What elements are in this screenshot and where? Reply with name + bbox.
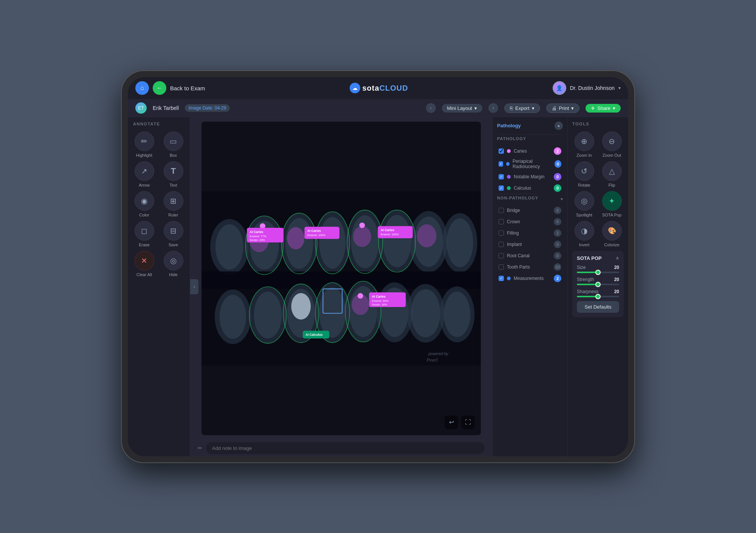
strength-fill bbox=[577, 284, 598, 285]
sota-pop-collapse[interactable]: ∧ bbox=[616, 255, 619, 261]
tooth-parts-checkbox[interactable] bbox=[499, 264, 504, 270]
measurements-count: 2 bbox=[554, 275, 561, 282]
layout-selector[interactable]: Mini Layout ▾ bbox=[442, 104, 482, 113]
back-label: Back to Exam bbox=[170, 85, 205, 91]
pathology-item-measurements[interactable]: ✓ Measurements 2 bbox=[497, 273, 563, 284]
sharpness-label: Sharpness bbox=[577, 289, 598, 294]
clear-all-label: Clear All bbox=[136, 272, 152, 277]
user-menu-chevron[interactable]: ▾ bbox=[618, 85, 621, 91]
next-image-button[interactable]: › bbox=[488, 103, 498, 113]
annotate-hide[interactable]: ◎ Hide bbox=[161, 251, 186, 277]
strength-label: Strength bbox=[577, 277, 594, 282]
sharpness-thumb[interactable] bbox=[595, 294, 601, 299]
tool-invert[interactable]: ◑ Invert bbox=[572, 221, 596, 247]
back-button[interactable]: ← bbox=[153, 81, 166, 95]
pathology-close-button[interactable]: ● bbox=[555, 122, 563, 130]
undo-button[interactable]: ↩ bbox=[445, 416, 458, 429]
tool-flip[interactable]: △ Flip bbox=[600, 161, 624, 187]
crown-name: Crown bbox=[507, 219, 520, 224]
tool-zoom-out[interactable]: ⊖ Zoom Out bbox=[600, 131, 624, 158]
print-button[interactable]: 🖨 Print ▾ bbox=[546, 104, 580, 113]
share-button[interactable]: ✈ Share ▾ bbox=[586, 104, 621, 113]
pathology-item-notable[interactable]: ✓ Notable Margin 0 bbox=[497, 171, 563, 182]
svg-text:AI Caries: AI Caries bbox=[249, 230, 263, 233]
set-defaults-button[interactable]: Set Defaults bbox=[577, 301, 619, 313]
pathology-item-caries[interactable]: ✓ Caries 2 bbox=[497, 145, 563, 157]
annotate-highlight[interactable]: ✏ Highlight bbox=[132, 131, 157, 158]
home-button[interactable]: ⌂ bbox=[135, 81, 149, 95]
svg-text:AI Caries: AI Caries bbox=[372, 294, 386, 298]
note-bar: ✏ bbox=[190, 440, 492, 456]
notable-dot bbox=[507, 175, 511, 179]
tool-colorize[interactable]: 🎨 Colorize bbox=[600, 221, 624, 247]
export-button[interactable]: ⎘ Export ▾ bbox=[504, 104, 540, 113]
sharpness-fill bbox=[577, 296, 598, 297]
pathology-item-root-canal[interactable]: Root Canal 0 bbox=[497, 250, 563, 261]
annotate-clear-all[interactable]: ✕ Clear All bbox=[132, 251, 157, 277]
implant-checkbox[interactable] bbox=[499, 242, 504, 247]
user-avatar: 👤 bbox=[553, 81, 566, 95]
sharpness-value: 20 bbox=[614, 289, 619, 294]
filling-checkbox[interactable] bbox=[499, 230, 504, 236]
size-thumb[interactable] bbox=[595, 270, 601, 275]
tools-title: TOOLS bbox=[572, 122, 624, 126]
caries-checkbox[interactable]: ✓ bbox=[499, 148, 504, 154]
panel-toggle-button[interactable]: › bbox=[190, 279, 198, 294]
pathology-item-calculus[interactable]: ✓ Calculus 0 bbox=[497, 182, 563, 194]
svg-rect-21 bbox=[201, 271, 481, 289]
fullscreen-button[interactable]: ⛶ bbox=[461, 416, 475, 429]
non-pathology-header: Non-Pathology ▾ bbox=[497, 194, 563, 205]
caries-dot bbox=[507, 149, 511, 153]
prev-image-button[interactable]: ‹ bbox=[426, 103, 436, 113]
pathology-item-crown[interactable]: Crown 0 bbox=[497, 216, 563, 227]
svg-text:powered by: powered by bbox=[428, 352, 448, 356]
user-name: Dr. Dustin Johnson bbox=[570, 85, 615, 91]
dental-image-area[interactable]: AI Caries Enamel: 77% Dentin: 23% AI Car… bbox=[201, 122, 481, 435]
sota-pop-icon: ✦ bbox=[602, 191, 622, 211]
annotate-ruler[interactable]: ⊞ Ruler bbox=[161, 191, 186, 217]
annotate-save[interactable]: ⊟ Save bbox=[161, 221, 186, 247]
tool-zoom-in[interactable]: ⊕ Zoom In bbox=[572, 131, 596, 158]
pathology-item-bridge[interactable]: Bridge 0 bbox=[497, 205, 563, 216]
notable-checkbox[interactable]: ✓ bbox=[499, 174, 504, 179]
annotate-panel: ANNOTATE ✏ Highlight ▭ Box ↗ Arrow bbox=[128, 117, 190, 456]
logo-icon: ☁ bbox=[350, 83, 360, 93]
tool-spotlight[interactable]: ◎ Spotlight bbox=[572, 191, 596, 217]
strength-thumb[interactable] bbox=[595, 282, 601, 287]
pathology-item-periapical[interactable]: ✓ Periapical Radiolucency 0 bbox=[497, 157, 563, 171]
annotate-text[interactable]: T Text bbox=[161, 161, 186, 187]
note-input[interactable] bbox=[206, 442, 485, 454]
svg-point-50 bbox=[359, 222, 365, 228]
annotate-erase[interactable]: ◻ Erase bbox=[132, 221, 157, 247]
crown-checkbox[interactable] bbox=[499, 219, 504, 224]
periapical-checkbox[interactable]: ✓ bbox=[499, 161, 503, 167]
box-label: Box bbox=[170, 153, 177, 158]
annotate-color[interactable]: ◉ Color bbox=[132, 191, 157, 217]
periapical-dot bbox=[506, 162, 510, 166]
non-pathology-expand[interactable]: ▾ bbox=[561, 196, 563, 202]
bridge-checkbox[interactable] bbox=[499, 208, 504, 213]
pathology-item-implant[interactable]: Implant 0 bbox=[497, 239, 563, 250]
svg-point-23 bbox=[220, 295, 246, 338]
svg-text:AI Caries: AI Caries bbox=[381, 228, 394, 232]
ruler-icon: ⊞ bbox=[164, 191, 183, 211]
tool-rotate[interactable]: ↺ Rotate bbox=[572, 161, 596, 187]
sub-navigation: ET Erik Tarbell Image Date: 04-29 ‹ Mini… bbox=[128, 100, 628, 117]
annotate-arrow[interactable]: ↗ Arrow bbox=[132, 161, 157, 187]
calculus-checkbox[interactable]: ✓ bbox=[499, 185, 504, 191]
avatar-image: 👤 bbox=[553, 82, 565, 94]
svg-point-18 bbox=[417, 224, 437, 247]
root-canal-checkbox[interactable] bbox=[499, 253, 504, 258]
svg-point-39 bbox=[444, 292, 470, 337]
tablet-screen: ⌂ ← Back to Exam ☁ sotaCLOUD 👤 Dr. Dusti… bbox=[128, 77, 628, 456]
erase-icon: ◻ bbox=[135, 221, 154, 241]
svg-text:Enamel: 100%: Enamel: 100% bbox=[307, 233, 325, 237]
pathology-item-filling[interactable]: Filling 2 bbox=[497, 227, 563, 239]
sota-pop-section: SOTA POP ∧ Size 20 bbox=[572, 251, 624, 317]
measurements-checkbox[interactable]: ✓ bbox=[499, 276, 504, 281]
tool-sota-pop[interactable]: ✦ SOTA Pop bbox=[600, 191, 624, 217]
image-date-badge: Image Date: 04-29 bbox=[185, 104, 230, 112]
svg-text:Enamel: 77%: Enamel: 77% bbox=[249, 234, 266, 238]
pathology-item-tooth-parts[interactable]: Tooth Parts 33 bbox=[497, 261, 563, 273]
annotate-box[interactable]: ▭ Box bbox=[161, 131, 186, 158]
